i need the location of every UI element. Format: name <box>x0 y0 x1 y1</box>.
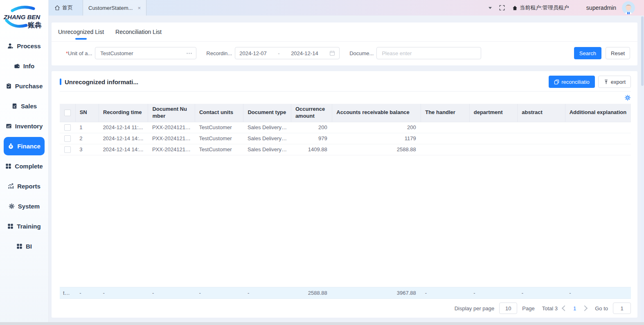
cell-abstract <box>518 122 565 133</box>
sidebar-item-system[interactable]: System <box>0 196 48 216</box>
date-to[interactable]: 2024-12-14 <box>291 50 318 56</box>
section-actions: reconciliatio export <box>549 76 631 88</box>
col-header-additional: Additional explanation <box>565 104 631 122</box>
avatar[interactable] <box>622 1 635 14</box>
table-row: 3 2024-12-14 14:... PXX-20241214-... Tes… <box>60 144 631 155</box>
fullscreen-icon[interactable] <box>499 5 505 11</box>
sidebar-item-finance[interactable]: Finance <box>4 137 45 155</box>
breadcrumb-home-label: 首页 <box>62 4 73 11</box>
total-dash: - <box>565 287 631 299</box>
sidebar-item-bi[interactable]: BI <box>0 236 48 256</box>
row-checkbox[interactable] <box>64 146 71 153</box>
row-checkbox[interactable] <box>64 135 71 142</box>
cell-sn: 2 <box>75 133 99 144</box>
sidebar-item-sales[interactable]: Sales <box>0 96 48 116</box>
next-page-icon[interactable] <box>582 305 588 311</box>
cell-contact-units: TestCustomer <box>195 144 243 155</box>
reconciliation-button[interactable]: reconciliatio <box>549 76 595 88</box>
cell-occurrence-amount: 979 <box>291 133 332 144</box>
username[interactable]: superadmin <box>586 4 616 11</box>
total-label: total <box>60 287 75 299</box>
document-check-icon <box>11 103 18 109</box>
column-settings-gear-icon[interactable] <box>624 94 631 101</box>
sidebar-item-training[interactable]: Training <box>0 216 48 236</box>
total-count-label: Total 3 <box>542 305 558 312</box>
unit-select-input[interactable] <box>99 50 184 57</box>
close-icon[interactable]: × <box>137 5 141 11</box>
person-gear-icon <box>7 43 14 49</box>
horizontal-scrollbar[interactable] <box>0 322 644 325</box>
tab-unrecognized-list[interactable]: Unrecognized List <box>58 22 104 41</box>
vertical-scrollbar-thumb[interactable] <box>641 16 644 86</box>
logo-cn-text: 账犇 <box>27 21 42 29</box>
display-per-page-label: Display per page <box>455 305 495 312</box>
date-from[interactable]: 2024-12-07 <box>239 50 267 56</box>
cell-additional <box>565 133 631 144</box>
prev-page-icon[interactable] <box>562 305 567 311</box>
breadcrumb-home[interactable]: 首页 <box>54 4 73 11</box>
money-bag-icon <box>8 143 14 149</box>
sidebar-item-purchase[interactable]: Purchase <box>0 76 48 96</box>
cell-department <box>469 133 518 144</box>
reset-button[interactable]: Reset <box>606 47 630 59</box>
page-size-input[interactable] <box>499 303 517 314</box>
cell-document-number: PXX-20241214-... <box>148 144 195 155</box>
logo-graphic: ZHANG BEN 账犇 <box>2 4 46 31</box>
cell-document-number: PXX-20241214-... <box>148 133 195 144</box>
more-icon[interactable] <box>187 53 192 54</box>
cell-document-type: Sales Delivery List <box>243 122 291 133</box>
tenant-indicator[interactable]: 当前租户:管理员租户 <box>512 4 569 11</box>
data-table: SN Recording time Document Number Contac… <box>60 104 631 155</box>
total-row: total - - - - - 2588.88 3967.88 - - - - <box>60 287 631 299</box>
sidebar-item-reports[interactable]: Reports <box>0 176 48 196</box>
chevron-down-icon[interactable] <box>489 7 492 9</box>
cell-sn: 3 <box>75 144 99 155</box>
copy-icon <box>554 79 559 85</box>
avatar-image <box>622 1 635 14</box>
search-button[interactable]: Search <box>574 47 601 59</box>
vertical-scrollbar[interactable] <box>641 16 644 322</box>
page-number-1[interactable]: 1 <box>572 305 578 312</box>
main-area: 首页 CustomerStatem... × 当前租户:管理员租户 supera… <box>49 0 644 325</box>
calendar-icon <box>329 50 335 56</box>
sidebar-item-label: BI <box>26 243 32 250</box>
row-checkbox[interactable] <box>64 124 71 131</box>
sidebar-item-label: Process <box>17 43 41 49</box>
col-header-recording-time: Recording time <box>99 104 148 122</box>
sidebar-item-info[interactable]: Info <box>0 56 48 76</box>
cell-recording-time: 2024-12-14 11:... <box>99 122 148 133</box>
unit-select[interactable] <box>95 47 196 59</box>
clipboard-check-icon <box>6 83 12 89</box>
cell-document-type: Sales Delivery List <box>243 133 291 144</box>
topbar-right: 当前租户:管理员租户 superadmin <box>489 1 635 14</box>
date-range-picker[interactable]: 2024-12-07 - 2024-12-14 <box>235 47 340 59</box>
cell-additional <box>565 144 631 155</box>
gear-icon <box>9 203 15 209</box>
table-header-row: SN Recording time Document Number Contac… <box>60 104 631 122</box>
total-dash: - <box>518 287 565 299</box>
sidebar-item-inventory[interactable]: Inventory <box>0 116 48 136</box>
select-all-checkbox[interactable] <box>64 110 71 116</box>
cell-abstract <box>518 133 565 144</box>
sidebar-item-label: Info <box>23 63 35 69</box>
tab-reconciliation-list[interactable]: Reconciliation List <box>115 22 162 41</box>
goto-input[interactable] <box>613 303 631 314</box>
pagination: Display per page Page Total 3 1 Go to <box>60 299 631 318</box>
chart-line-icon <box>6 123 12 129</box>
open-tab-customer-statement[interactable]: CustomerStatem... × <box>83 0 146 16</box>
col-header-contact-units: Contact units <box>195 104 243 122</box>
export-icon <box>603 79 609 85</box>
cell-balance: 200 <box>332 122 421 133</box>
sidebar-item-label: Finance <box>17 143 41 150</box>
document-input[interactable] <box>381 50 477 57</box>
sidebar-item-process[interactable]: Process <box>0 36 48 56</box>
home-outline-icon <box>54 5 60 11</box>
export-button[interactable]: export <box>598 76 631 88</box>
trend-chart-icon <box>8 183 14 189</box>
cell-occurrence-amount: 1409.88 <box>291 144 332 155</box>
col-header-handler: The handler <box>421 104 470 122</box>
sidebar-item-complete[interactable]: Complete <box>0 156 48 176</box>
logo-text: ZHANG BEN <box>3 13 41 20</box>
grid-icon <box>16 243 23 249</box>
content: Unrecognized List Reconciliation List *U… <box>49 16 644 325</box>
